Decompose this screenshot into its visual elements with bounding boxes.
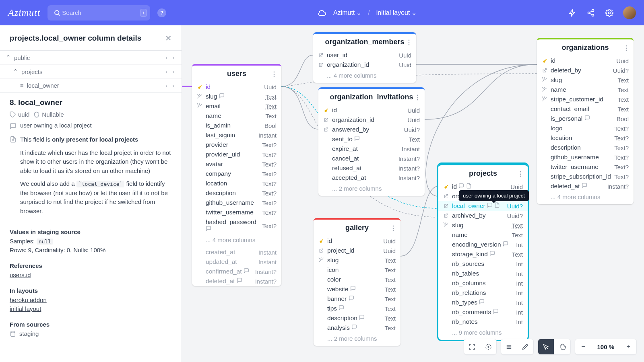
list-button[interactable] xyxy=(501,339,517,354)
column-row[interactable]: location Text? xyxy=(537,133,634,143)
column-row[interactable]: expire_at Instant xyxy=(318,144,425,154)
column-row[interactable]: encoding_version Int xyxy=(438,240,528,249)
table-menu-icon[interactable]: ⋮ xyxy=(414,93,421,101)
column-row[interactable]: project_id Uuid xyxy=(314,246,400,255)
column-row[interactable]: nb_tables Int xyxy=(438,269,528,278)
column-row[interactable]: banner Text xyxy=(314,294,400,304)
column-row[interactable]: logo Text? xyxy=(537,123,634,133)
crumb-row[interactable]: ⌃ projects ‹› xyxy=(0,64,182,78)
column-row[interactable]: github_username Text? xyxy=(192,198,281,208)
column-row[interactable]: id Uuid xyxy=(314,236,400,246)
column-row[interactable]: is_personal Bool xyxy=(537,114,634,123)
column-row[interactable]: company Text? xyxy=(192,169,281,179)
search-input[interactable] xyxy=(62,9,140,16)
column-row[interactable]: analysis Text xyxy=(314,323,400,333)
edit-button[interactable] xyxy=(517,339,533,354)
table-header[interactable]: projects ⋮ xyxy=(438,165,528,182)
next-icon[interactable]: › xyxy=(171,68,176,75)
column-row[interactable]: deleted_at Instant? xyxy=(537,181,634,191)
crumb-row[interactable]: ≡ local_owner ‹› xyxy=(0,78,182,92)
table-users[interactable]: users ⋮ id Uuid slug Text email Text nam… xyxy=(192,64,281,286)
table-menu-icon[interactable]: ⋮ xyxy=(517,170,524,177)
column-row[interactable]: stripe_customer_id Text xyxy=(537,95,634,104)
share-icon[interactable] xyxy=(586,8,596,18)
column-row[interactable]: avatar Text? xyxy=(192,159,281,169)
table-header[interactable]: gallery ⋮ xyxy=(314,220,400,236)
column-row[interactable]: last_signin Instant xyxy=(192,130,281,140)
column-row[interactable]: id Uuid xyxy=(318,105,425,115)
bolt-icon[interactable] xyxy=(568,8,577,18)
column-row[interactable]: description Text xyxy=(314,313,400,323)
column-row[interactable]: accepted_at Instant? xyxy=(318,173,425,183)
crumb-row[interactable]: ⌃ public ‹› xyxy=(0,50,182,64)
prev-icon[interactable]: ‹ xyxy=(164,68,169,75)
table-menu-icon[interactable]: ⋮ xyxy=(271,70,277,78)
layout-link[interactable]: heroku addon xyxy=(10,296,172,303)
column-row[interactable]: name Text xyxy=(438,230,528,240)
column-row[interactable]: user_id Uuid xyxy=(313,50,416,60)
prev-icon[interactable]: ‹ xyxy=(164,82,169,89)
layout-selector[interactable]: initial layout xyxy=(376,9,417,16)
layout-link[interactable]: initial layout xyxy=(10,305,172,312)
column-row[interactable]: sent_to Text xyxy=(318,134,425,144)
column-row[interactable]: nb_comments Int xyxy=(438,307,528,317)
cloud-icon[interactable] xyxy=(317,8,327,18)
table-menu-icon[interactable]: ⋮ xyxy=(390,224,396,232)
column-row[interactable]: deleted_at Instant? xyxy=(192,276,281,286)
more-columns[interactable]: ... 2 more columns xyxy=(318,183,425,196)
column-row[interactable]: twitter_username Text? xyxy=(192,208,281,217)
column-row[interactable]: provider_uid Text? xyxy=(192,150,281,159)
column-row[interactable]: id Uuid xyxy=(192,82,281,92)
column-row[interactable]: slug Text xyxy=(438,220,528,230)
column-row[interactable]: refused_at Instant? xyxy=(318,163,425,173)
column-row[interactable]: contact_email Text xyxy=(537,104,634,114)
table-orgs[interactable]: organizations ⋮ id Uuid deleted_by Uuid?… xyxy=(537,38,634,204)
column-row[interactable]: cancel_at Instant? xyxy=(318,154,425,163)
column-row[interactable]: is_admin Bool xyxy=(192,121,281,130)
column-row[interactable]: nb_relations Int xyxy=(438,288,528,298)
column-row[interactable]: nb_notes Int xyxy=(438,317,528,327)
hand-button[interactable] xyxy=(554,339,570,354)
ref-link[interactable]: users.id xyxy=(10,272,172,278)
zoom-in-button[interactable]: + xyxy=(620,339,636,354)
column-row[interactable]: slug Text xyxy=(192,92,281,101)
column-row[interactable]: answered_by Uuid? xyxy=(318,125,425,134)
prev-icon[interactable]: ‹ xyxy=(164,54,169,61)
column-row[interactable]: location Text? xyxy=(192,179,281,188)
more-columns[interactable]: ... 9 more columns xyxy=(438,327,528,340)
column-row[interactable]: id Uuid xyxy=(537,56,634,66)
column-row[interactable]: provider Text? xyxy=(192,140,281,150)
table-menu-icon[interactable]: ⋮ xyxy=(623,44,630,51)
column-row[interactable]: nb_sources Int xyxy=(438,259,528,269)
avatar[interactable] xyxy=(623,6,636,19)
more-columns[interactable]: ... 4 more columns xyxy=(313,70,416,83)
table-header[interactable]: organizations ⋮ xyxy=(537,39,634,56)
close-icon[interactable]: ✕ xyxy=(165,33,172,43)
column-row[interactable]: name Text xyxy=(192,111,281,121)
column-row[interactable]: nb_types Int xyxy=(438,298,528,307)
column-row[interactable]: organization_id Uuid xyxy=(313,60,416,70)
more-columns[interactable]: ... 2 more columns xyxy=(314,333,400,346)
zoom-out-button[interactable]: − xyxy=(575,339,591,354)
column-row[interactable]: twitter_username Text? xyxy=(537,162,634,172)
help-icon[interactable]: ? xyxy=(157,8,166,17)
column-row[interactable]: color Text xyxy=(314,275,400,284)
column-row[interactable]: created_at Instant xyxy=(192,247,281,257)
column-row[interactable]: stripe_subscription_id Text? xyxy=(537,172,634,181)
column-row[interactable]: local_owner Uuid? xyxy=(438,201,528,211)
column-row[interactable]: description Text? xyxy=(537,143,634,152)
column-row[interactable]: organization_id Uuid xyxy=(318,115,425,125)
column-row[interactable]: description Text? xyxy=(192,188,281,198)
column-row[interactable]: confirmed_at Instant? xyxy=(192,267,281,276)
table-gallery[interactable]: gallery ⋮ id Uuid project_id Uuid slug T… xyxy=(314,218,400,346)
column-row[interactable]: github_username Text? xyxy=(537,152,634,162)
column-row[interactable]: updated_at Instant xyxy=(192,257,281,267)
column-row[interactable]: website Text xyxy=(314,284,400,294)
column-row[interactable]: deleted_by Uuid? xyxy=(537,66,634,75)
more-columns[interactable]: ... 4 more columns xyxy=(537,191,634,204)
fit-button[interactable] xyxy=(480,339,496,354)
column-row[interactable]: icon Text xyxy=(314,265,400,275)
next-icon[interactable]: › xyxy=(171,82,176,89)
table-header[interactable]: organization_invitations ⋮ xyxy=(318,89,425,105)
table-org_members[interactable]: organization_members ⋮ user_id Uuid orga… xyxy=(313,32,416,83)
